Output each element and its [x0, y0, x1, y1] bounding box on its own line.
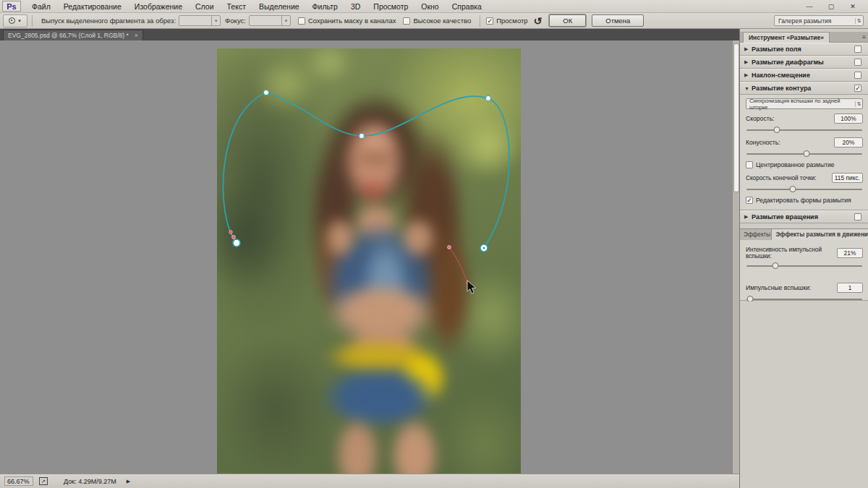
photo-document	[217, 48, 521, 474]
checkbox-icon	[298, 17, 305, 25]
checkmark-icon: ✓	[486, 17, 493, 25]
menu-select[interactable]: Выделение	[252, 2, 306, 11]
publish-icon[interactable]: ↗	[39, 477, 48, 485]
preview-checkbox[interactable]: ✓ Просмотр	[486, 17, 527, 25]
status-options-icon[interactable]: ▶	[127, 479, 130, 484]
focus-label: Фокус:	[225, 17, 246, 25]
document-title: EVG_2805.psd @ 66,7% (Слой 1, RGB/8) *	[8, 32, 129, 39]
blur-sections: ▶ Размытие поля ▶ Размытие диафрагмы ▶ Н…	[740, 43, 868, 223]
section-iris-blur[interactable]: ▶ Размытие диафрагмы	[740, 56, 868, 69]
checkbox-icon	[403, 17, 410, 25]
menu-bar: Ps Файл Редактирование Изображение Слои …	[0, 0, 868, 13]
checkmark-icon: ✓	[746, 197, 753, 204]
panel-empty-area	[740, 301, 868, 488]
speed-label: Скорость:	[746, 115, 775, 122]
strobe-strength-label: Интенсивность импульсной вспышки:	[746, 247, 837, 260]
end-point-speed-label: Скорость конечной точки:	[746, 175, 817, 181]
status-bar: 66.67% ↗ Док: 4.29М/9.27М ▶	[0, 474, 868, 488]
end-point-speed-field[interactable]: 115 пикс.	[832, 173, 863, 183]
speed-slider-thumb[interactable]	[773, 127, 780, 133]
taper-value-field[interactable]: 20%	[834, 137, 863, 147]
menu-file[interactable]: Файл	[25, 2, 57, 11]
section-tilt-shift[interactable]: ▶ Наклон-смещение	[740, 69, 868, 82]
strobe-strength-field[interactable]: 21%	[837, 248, 863, 258]
canvas-area[interactable]	[0, 40, 732, 474]
menu-edit[interactable]: Редактирование	[57, 2, 128, 11]
taper-slider[interactable]	[746, 150, 862, 158]
field-blur-checkbox[interactable]	[854, 46, 861, 53]
chevron-right-icon: ▶	[744, 59, 752, 65]
speed-slider[interactable]	[746, 126, 862, 134]
panel-menu-icon[interactable]: ≡	[862, 34, 867, 40]
speed-value-field[interactable]: 100%	[834, 114, 863, 124]
end-point-speed-thumb[interactable]	[790, 186, 796, 192]
taper-label: Конусность:	[746, 139, 780, 146]
checkbox-icon	[746, 161, 753, 168]
end-point-speed-slider[interactable]	[746, 185, 862, 193]
window-controls: — ▢ ✕	[800, 1, 868, 12]
tab-blur-tools[interactable]: Инструмент «Размытие»	[743, 32, 830, 43]
blur-gallery-panel: Инструмент «Размытие» ≡ ▶ Размытие поля …	[739, 29, 868, 488]
chevron-down-icon: ▼	[17, 19, 22, 23]
document-tab[interactable]: EVG_2805.psd @ 66,7% (Слой 1, RGB/8) * ×	[3, 30, 143, 40]
path-blur-controls: Синхронизация вспышки по задней шторке ⇅…	[740, 95, 868, 210]
motion-blur-effects-controls: Интенсивность импульсной вспышки: 21% Им…	[740, 240, 868, 301]
ok-button[interactable]: ОК	[549, 14, 586, 27]
spin-blur-checkbox[interactable]	[854, 213, 861, 221]
menu-image[interactable]: Изображение	[128, 2, 189, 11]
iris-blur-checkbox[interactable]	[854, 59, 861, 66]
tab-motion-blur-effects[interactable]: Эффекты размытия в движение	[772, 229, 868, 240]
workspace-combo[interactable]: Галерея размытия ⇅	[774, 15, 864, 26]
focus-combo[interactable]: ▼	[249, 15, 291, 26]
cancel-button[interactable]: Отмена	[592, 14, 644, 27]
bleed-combo[interactable]: ▼	[179, 15, 221, 26]
chevron-down-icon: ▼	[744, 86, 752, 91]
path-blur-checkbox[interactable]: ✓	[854, 85, 861, 92]
vertical-scrollbar[interactable]	[732, 40, 739, 474]
menu-layers[interactable]: Слои	[189, 2, 221, 11]
stepper-icon: ⇅	[855, 18, 863, 24]
menu-type[interactable]: Текст	[221, 2, 252, 11]
menu-filter[interactable]: Фильтр	[306, 2, 344, 11]
close-icon[interactable]: ✕	[843, 1, 862, 12]
chevron-right-icon: ▶	[744, 46, 752, 52]
zoom-level-field[interactable]: 66.67%	[4, 476, 33, 486]
blur-pin-tool-icon	[9, 17, 15, 24]
stepper-icon: ⇅	[855, 101, 862, 107]
centered-blur-checkbox[interactable]: Центрированное размытие	[746, 161, 863, 168]
photoshop-logo: Ps	[2, 1, 21, 12]
tab-blur-effects[interactable]: Эффекты ра	[740, 229, 772, 240]
section-path-blur[interactable]: ▼ Размытие контура ✓	[740, 82, 868, 95]
save-mask-checkbox[interactable]: Сохранить маску в каналах	[298, 17, 396, 25]
photoshop-window: Ps Файл Редактирование Изображение Слои …	[0, 0, 868, 488]
blur-tool-preset[interactable]: ▼	[3, 14, 27, 27]
menu-help[interactable]: Справка	[446, 2, 488, 11]
strobe-strength-thumb[interactable]	[773, 262, 779, 269]
menu-view[interactable]: Просмотр	[367, 2, 414, 11]
options-bar: ▼ Выпуск выделенного фрагмента за обрез:…	[0, 13, 868, 29]
strobe-flashes-label: Импульсные вспышки:	[746, 284, 811, 291]
menu-3d[interactable]: 3D	[344, 2, 367, 11]
minimize-icon[interactable]: —	[800, 1, 819, 12]
high-quality-checkbox[interactable]: Высокое качество	[403, 17, 471, 25]
strobe-flashes-field[interactable]: 1	[837, 283, 863, 293]
document-size-label: Док: 4.29М/9.27М	[64, 478, 116, 485]
menu-window[interactable]: Окно	[414, 2, 445, 11]
edit-blur-shapes-checkbox[interactable]: ✓ Редактировать формы размытия	[746, 197, 863, 204]
vertical-scrollbar-thumb[interactable]	[733, 43, 739, 192]
chevron-down-icon: ▼	[211, 16, 220, 25]
chevron-down-icon: ▼	[281, 16, 290, 25]
section-field-blur[interactable]: ▶ Размытие поля	[740, 43, 868, 56]
maximize-icon[interactable]: ▢	[822, 1, 841, 12]
taper-slider-thumb[interactable]	[804, 150, 810, 157]
reset-icon[interactable]: ↺	[534, 15, 542, 27]
chevron-right-icon: ▶	[744, 214, 752, 220]
strobe-strength-slider[interactable]	[746, 262, 862, 270]
path-blur-mode-combo[interactable]: Синхронизация вспышки по задней шторке ⇅	[746, 98, 863, 109]
tilt-shift-checkbox[interactable]	[854, 72, 861, 79]
chevron-right-icon: ▶	[744, 72, 752, 78]
section-spin-blur[interactable]: ▶ Размытие вращения	[740, 210, 868, 223]
effects-tab-row: Эффекты ра Эффекты размытия в движение	[740, 228, 868, 239]
close-tab-icon[interactable]: ×	[135, 32, 138, 39]
bleed-label: Выпуск выделенного фрагмента за обрез:	[41, 17, 176, 25]
